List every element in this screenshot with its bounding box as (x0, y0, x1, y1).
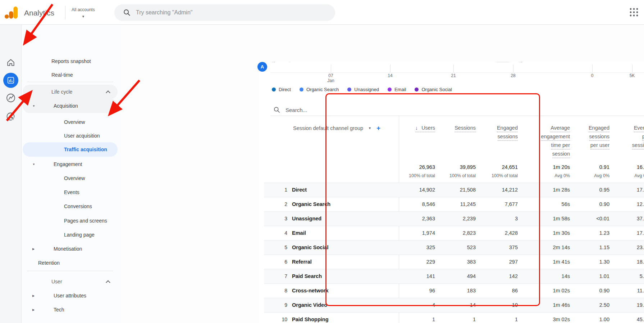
table-row[interactable]: 5Organic Social3255233752m 14s1.1523.017… (264, 240, 644, 255)
sidebar-item-user-acquisition[interactable]: User acquisition (23, 129, 118, 143)
sidebar-item-monetisation[interactable]: ▶Monetisation (23, 242, 118, 256)
sidebar-item-user[interactable]: User (23, 274, 118, 289)
dimension-column-header[interactable]: Session default channel group ▼ + (293, 124, 380, 132)
row-number: 10 (282, 317, 287, 322)
column-header-users[interactable]: ↓ Users (415, 124, 435, 133)
table-search-input[interactable]: Search... (273, 106, 307, 113)
sidebar-item-engagement[interactable]: ▼Engagement (23, 157, 118, 171)
legend-item-unassigned[interactable]: Unassigned (347, 87, 379, 92)
sidebar-item-events[interactable]: Events (23, 185, 118, 199)
sidebar-item-traffic-acquisition[interactable]: Traffic acquisition (23, 142, 118, 157)
sidebar-item-landing-page[interactable]: Landing page (23, 228, 118, 242)
x-axis-tick-label: 28 (511, 73, 515, 78)
reports-nav-selected[interactable] (3, 73, 18, 88)
row-cell-engaged-sessions-per-user: 1.23 (599, 230, 609, 236)
row-cell-avg-engagement-time: 3m 02s (553, 317, 570, 322)
row-cell-users: 96 (429, 288, 435, 293)
table-row[interactable]: 9Organic Video414101m 46s2.5019.0771.43% (264, 298, 644, 312)
column-header-engaged-sessions[interactable]: Engagedsessions (497, 124, 518, 142)
bar-axis-tick-label: 0 (591, 73, 594, 78)
row-cell-engaged-sessions-per-user: 0.90 (599, 288, 609, 293)
row-cell-engaged-sessions-per-user: 1.01 (599, 273, 609, 279)
legend-item-direct[interactable]: Direct (272, 87, 291, 92)
avatar[interactable]: A (257, 62, 267, 72)
table-row[interactable]: 10Paid Shopping1113m 02s1.0045.00100% (264, 312, 644, 323)
chevron-up-icon[interactable] (106, 90, 110, 95)
chevron-collapsed-icon[interactable]: ▶ (32, 247, 38, 251)
column-header-sessions[interactable]: Sessions (455, 124, 476, 133)
table-row[interactable]: 3Unassigned2,3632,23931m 58s<0.0137.630.… (264, 211, 644, 226)
chevron-expanded-icon[interactable]: ▼ (32, 163, 38, 166)
dimension-header-label: Session default channel group (293, 125, 363, 131)
sidebar-item-user-attributes[interactable]: ▶User attributes (23, 288, 118, 303)
sidebar-item-pages-and-screens[interactable]: Pages and screens (23, 214, 118, 228)
row-cell-users: 229 (426, 259, 435, 265)
column-header-engaged-sessions-per-user[interactable]: Engagedsessionsper user (589, 124, 609, 150)
table-row[interactable]: 2Organic Search8,54611,2457,67756s0.9012… (264, 197, 644, 211)
legend-item-email[interactable]: Email (388, 87, 406, 92)
table-row[interactable]: 4Email1,9742,8232,4281m 30s1.2317.6386.0… (264, 226, 644, 240)
row-cell-engaged-sessions-per-user: 0.90 (599, 201, 609, 207)
global-search-input[interactable]: Try searching "Admin" (114, 4, 335, 21)
column-header-line: Engaged (589, 124, 609, 132)
table-row[interactable]: 8Cross-network96183861m 02s0.9011.0946.9… (264, 283, 644, 298)
global-search-placeholder: Try searching "Admin" (136, 9, 192, 16)
totals-subtitle-events-per-session: Avg 0% (634, 173, 644, 178)
legend-item-organic-search[interactable]: Organic Search (300, 87, 339, 92)
account-switcher[interactable]: All accounts ▼ (72, 7, 95, 18)
table-row[interactable]: 6Referral2293832971m 41s1.3018.9777.55%7 (264, 255, 644, 269)
row-cell-events-per-session: 12.26 (637, 201, 644, 207)
add-dimension-button[interactable]: + (376, 124, 380, 132)
row-cell-engaged-sessions: 375 (509, 245, 518, 250)
table-search-placeholder: Search... (286, 107, 307, 113)
row-channel-name: Paid Search (292, 273, 322, 279)
column-header-events-per-session[interactable]: Eventspersession (632, 124, 644, 150)
sidebar-item-overview[interactable]: Overview (23, 171, 118, 185)
chevron-collapsed-icon[interactable]: ▶ (32, 308, 38, 311)
apps-grid-icon[interactable] (629, 8, 639, 17)
chevron-expanded-icon[interactable]: ▼ (32, 104, 38, 108)
sidebar-item-tech[interactable]: ▶Tech (23, 302, 118, 317)
sidebar-item-overview[interactable]: Overview (23, 115, 118, 129)
row-cell-engaged-sessions-per-user: 0.95 (599, 187, 609, 193)
sidebar-item-reports-snapshot[interactable]: Reports snapshot (23, 54, 118, 68)
row-cell-engaged-sessions: 2,428 (505, 230, 518, 236)
chevron-collapsed-icon[interactable]: ▶ (32, 294, 38, 297)
column-header-line: Engaged (497, 124, 518, 132)
row-cell-avg-engagement-time: 1m 46s (553, 302, 570, 308)
sidebar-item-retention[interactable]: Retention (23, 256, 118, 270)
chart-legend: DirectOrganic SearchUnassignedEmailOrgan… (272, 87, 452, 92)
main-content: A + Traffic acquisition: Session default… (120, 25, 644, 323)
advertising-icon[interactable] (0, 112, 22, 122)
home-icon[interactable] (0, 58, 22, 67)
legend-label: Unassigned (354, 87, 379, 92)
chart-baseline (270, 72, 644, 73)
row-cell-engaged-sessions-per-user: 1.30 (599, 259, 609, 265)
legend-item-organic-social[interactable]: Organic Social (415, 87, 452, 92)
legend-dot-icon (415, 88, 419, 91)
row-cell-avg-engagement-time: 1m 41s (553, 259, 570, 265)
app-bar: Analytics All accounts ▼ Try searching "… (0, 0, 644, 25)
sidebar-item-conversions[interactable]: Conversions (23, 199, 118, 214)
table-row[interactable]: 7Paid Search14149414214s1.015.7728.74%2 (264, 269, 644, 283)
sidebar-item-label: Pages and screens (64, 218, 107, 224)
table-row[interactable]: 1Direct14,90221,50814,2121m 28s0.9517.21… (264, 183, 644, 197)
row-channel-name: Unassigned (292, 216, 321, 221)
row-cell-users: 2,363 (422, 216, 435, 221)
column-header-line: ↓ Users (415, 124, 435, 132)
column-header-avg-engagement-time[interactable]: Averageengagementtime persession (541, 124, 570, 159)
sidebar-item-life-cycle[interactable]: Life cycle (23, 85, 118, 99)
x-axis-tick-label: 21 (451, 73, 456, 78)
legend-label: Organic Search (306, 87, 339, 92)
explore-icon[interactable] (0, 93, 22, 103)
totals-subtitle-engaged-sessions-per-user: Avg 0% (594, 173, 609, 178)
chevron-up-icon[interactable] (106, 280, 110, 285)
chart-gridline-stub (592, 64, 593, 72)
sidebar-item-real-time[interactable]: Real-time (23, 68, 118, 82)
search-icon (123, 9, 131, 17)
row-cell-events-per-session: 17.21 (637, 187, 644, 193)
row-number: 8 (284, 288, 287, 293)
column-header-line: Sessions (455, 124, 476, 132)
row-cell-users: 141 (426, 273, 435, 279)
sidebar-item-acquisition[interactable]: ▼Acquisition (23, 99, 118, 113)
